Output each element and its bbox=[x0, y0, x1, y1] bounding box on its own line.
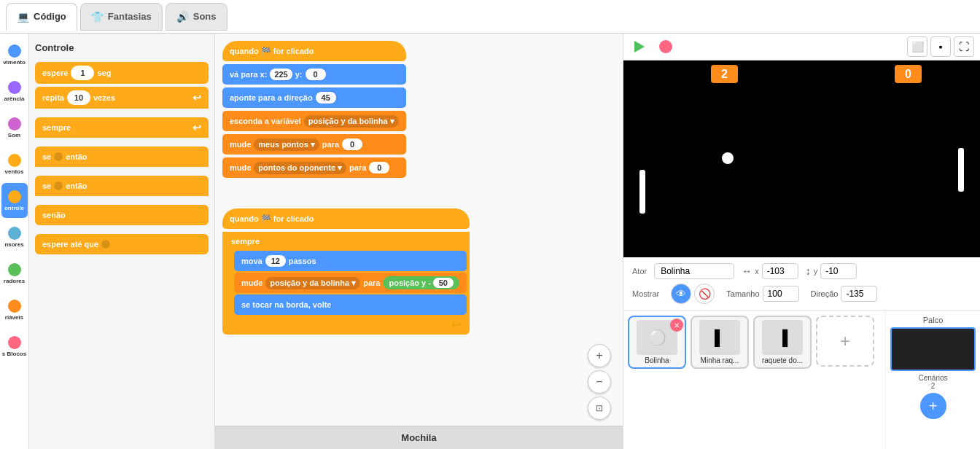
right-panel: ⬜ ▪ ⛶ 2 0 Ator ↔ x bbox=[623, 34, 980, 449]
category-sidebar: vimento arência Som ventos ontrole nsore… bbox=[0, 34, 29, 449]
direction-input[interactable] bbox=[841, 286, 877, 302]
actor-label: Ator bbox=[632, 267, 647, 276]
codigo-icon: 💻 bbox=[17, 11, 29, 23]
scenarios-label: Cenários 2 bbox=[890, 374, 976, 390]
stage-medium-view-button[interactable]: ▪ bbox=[930, 36, 951, 57]
sempre-arrow: ↩ bbox=[225, 318, 467, 332]
show-eye-button[interactable]: 👁 bbox=[671, 284, 691, 304]
script-block-hide-var[interactable]: esconda a variável posição y da bolinha … bbox=[222, 111, 406, 131]
sidebar-item-variaveis[interactable]: riáveis bbox=[1, 292, 28, 327]
block-se-entao-1[interactable]: se então bbox=[35, 147, 209, 167]
script-sempre-block[interactable]: sempre mova 12 passos mude bbox=[222, 232, 470, 335]
script-stack-2: quando 🏁 for clicado sempre mova 12 bbox=[222, 208, 470, 335]
hide-eye-button[interactable]: 🚫 bbox=[694, 284, 715, 304]
sprite-y-coord: ↕ y bbox=[806, 263, 858, 279]
sidebar-item-meus-blocos[interactable]: s Blocos bbox=[1, 329, 28, 364]
repita-input[interactable] bbox=[67, 90, 90, 105]
stop-button[interactable] bbox=[656, 36, 676, 57]
block-espere[interactable]: espere seg bbox=[35, 62, 209, 84]
sidebar-item-operadores[interactable]: radores bbox=[1, 256, 28, 291]
zoom-fit-button[interactable]: ⊡ bbox=[588, 397, 611, 420]
y-input[interactable]: 0 bbox=[306, 69, 326, 80]
size-field: Tamanho bbox=[726, 286, 798, 302]
sprite-thumb-bolinha[interactable]: ✕ ⚪ Bolinha bbox=[628, 316, 686, 369]
sprite-info-panel: Ator ↔ x ↕ y Mostrar 👁 🚫 bbox=[623, 257, 980, 311]
show-label: Mostrar bbox=[632, 289, 659, 298]
stage-fullscreen-button[interactable]: ⛶ bbox=[954, 36, 974, 57]
sprite-name-bolinha: Bolinha bbox=[645, 356, 669, 364]
size-input[interactable] bbox=[763, 286, 799, 302]
stage-view-buttons: ⬜ ▪ ⛶ bbox=[907, 36, 974, 57]
eye-buttons: 👁 🚫 bbox=[671, 284, 715, 304]
x-input[interactable]: 225 bbox=[270, 69, 292, 80]
posicao-expr[interactable]: posição y - 50 bbox=[383, 276, 459, 289]
script-block-hat1[interactable]: quando 🏁 for clicado bbox=[222, 41, 406, 61]
sprite-name-input[interactable] bbox=[654, 263, 734, 279]
script-block-hat2[interactable]: quando 🏁 for clicado bbox=[222, 208, 470, 229]
sidebar-item-som[interactable]: Som bbox=[1, 110, 28, 145]
posicao-select[interactable]: posição y da bolinha ▾ bbox=[265, 277, 360, 289]
script-block-borda[interactable]: se tocar na borda, volte bbox=[234, 294, 467, 315]
sidebar-item-sensores[interactable]: nsores bbox=[1, 219, 28, 254]
sidebar-item-eventos[interactable]: ventos bbox=[1, 147, 28, 181]
posicao-val[interactable]: 50 bbox=[433, 278, 454, 288]
block-se-entao-2[interactable]: se então bbox=[35, 176, 209, 196]
block-sempre[interactable]: sempre ↩ bbox=[35, 117, 209, 138]
paddle-right bbox=[958, 148, 964, 192]
y-icon: ↕ bbox=[806, 265, 811, 277]
sidebar-item-movimento[interactable]: vimento bbox=[1, 37, 28, 72]
sprite-thumb-raquete1[interactable]: ▌ Minha raq... bbox=[691, 316, 749, 369]
espere-input[interactable] bbox=[71, 66, 94, 80]
mova-input[interactable]: 12 bbox=[265, 255, 286, 267]
sprite-thumb-raquete2[interactable]: ▐ raquete do... bbox=[753, 316, 812, 369]
sidebar-item-controle[interactable]: ontrole bbox=[1, 183, 28, 218]
direction-input[interactable]: 45 bbox=[316, 92, 336, 104]
sprite-grid: ✕ ⚪ Bolinha ▌ Minha raq... ▐ raquete do.… bbox=[628, 316, 881, 369]
pts2-input[interactable]: 0 bbox=[369, 162, 389, 173]
add-stage-button[interactable]: + bbox=[920, 393, 946, 419]
tab-sons[interactable]: 🔊 Sons bbox=[166, 3, 228, 31]
add-sprite-button[interactable]: + bbox=[816, 316, 874, 367]
x-value-input[interactable] bbox=[762, 263, 798, 279]
svg-point-1 bbox=[659, 40, 672, 53]
mochila-bar[interactable]: Mochila bbox=[215, 426, 623, 449]
tab-codigo[interactable]: 💻 Código bbox=[6, 3, 77, 31]
pts2-select[interactable]: pontos do oponente ▾ bbox=[254, 162, 346, 174]
script-block-mude-posicao[interactable]: mude posição y da bolinha ▾ para posição… bbox=[234, 273, 467, 293]
script-canvas[interactable]: quando 🏁 for clicado vá para x: 225 y: 0… bbox=[215, 34, 623, 449]
stage-mini-thumbnail[interactable] bbox=[890, 327, 976, 371]
pts1-select[interactable]: meus pontos ▾ bbox=[254, 138, 319, 151]
sprite-name-raquete1: Minha raq... bbox=[701, 356, 739, 364]
hide-var-select[interactable]: posição y da bolinha ▾ bbox=[304, 115, 399, 128]
stage-controls bbox=[629, 36, 676, 57]
tab-fantasias[interactable]: 👕 Fantasias bbox=[80, 3, 163, 31]
y-label: y bbox=[814, 267, 818, 276]
green-flag-button[interactable] bbox=[629, 36, 650, 57]
script-block-change-pts1[interactable]: mude meus pontos ▾ para 0 bbox=[222, 134, 406, 155]
sprite-x-coord: ↔ x bbox=[742, 263, 798, 279]
script-block-mova[interactable]: mova 12 passos bbox=[234, 251, 467, 271]
main-layout: vimento arência Som ventos ontrole nsore… bbox=[0, 34, 980, 449]
sprites-panel: ✕ ⚪ Bolinha ▌ Minha raq... ▐ raquete do.… bbox=[623, 311, 885, 449]
sons-icon: 🔊 bbox=[176, 11, 189, 23]
script-block-change-pts2[interactable]: mude pontos do oponente ▾ para 0 bbox=[222, 157, 406, 178]
sprite-name-raquete2: raquete do... bbox=[762, 356, 803, 364]
block-senao[interactable]: senão bbox=[35, 205, 209, 225]
script-stack-1: quando 🏁 for clicado vá para x: 225 y: 0… bbox=[222, 41, 406, 179]
y-value-input[interactable] bbox=[820, 263, 857, 279]
script-area[interactable]: quando 🏁 for clicado vá para x: 225 y: 0… bbox=[215, 34, 623, 449]
zoom-out-button[interactable]: − bbox=[588, 370, 611, 394]
sprite-delete-bolinha[interactable]: ✕ bbox=[670, 319, 683, 332]
block-repita[interactable]: repita vezes ↩ bbox=[35, 87, 209, 109]
score-left-value: 2 bbox=[711, 65, 738, 83]
script-block-direction[interactable]: aponte para a direção 45 bbox=[222, 87, 406, 108]
script-content: quando 🏁 for clicado vá para x: 225 y: 0… bbox=[215, 34, 623, 449]
stage-small-view-button[interactable]: ⬜ bbox=[907, 36, 928, 57]
sidebar-item-aparencia[interactable]: arência bbox=[1, 74, 28, 109]
zoom-in-button[interactable]: + bbox=[588, 344, 611, 367]
pts1-input[interactable]: 0 bbox=[342, 138, 362, 150]
block-espere-ate[interactable]: espere até que bbox=[35, 234, 209, 254]
zoom-controls: + − ⊡ bbox=[588, 344, 611, 420]
sempre-inner: mova 12 passos mude posição y da bolinha… bbox=[234, 251, 467, 315]
script-block-goto[interactable]: vá para x: 225 y: 0 bbox=[222, 64, 406, 85]
